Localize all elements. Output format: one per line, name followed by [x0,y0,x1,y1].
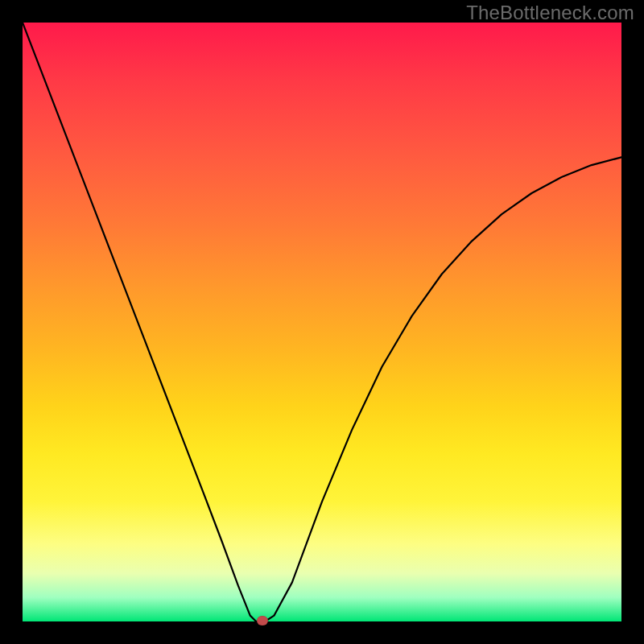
chart-frame: TheBottleneck.com [0,0,644,644]
bottleneck-curve [23,23,621,621]
plot-area [23,23,621,621]
curve-svg [23,23,621,621]
min-marker [257,616,268,625]
watermark-text: TheBottleneck.com [466,2,634,24]
